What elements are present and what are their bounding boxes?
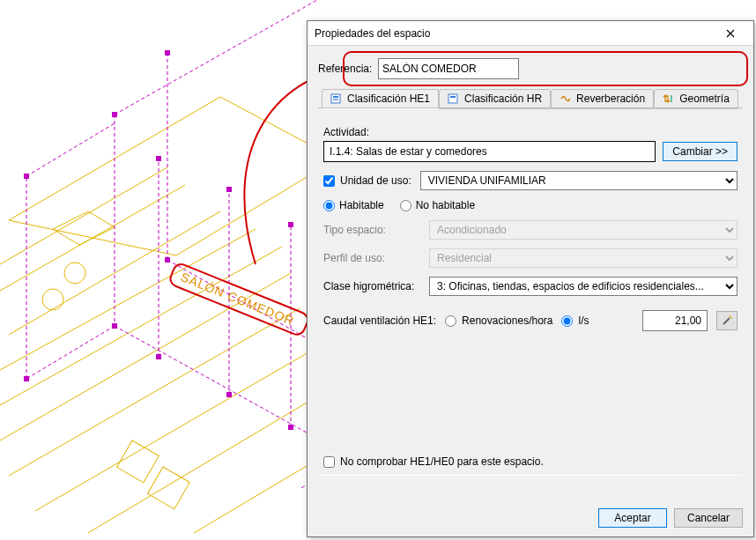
svg-rect-4 xyxy=(112,112,117,117)
reference-label: Referencia: xyxy=(318,63,378,75)
svg-rect-11 xyxy=(288,425,293,430)
svg-rect-22 xyxy=(450,96,456,98)
reference-input[interactable] xyxy=(378,58,519,79)
wand-button[interactable] xyxy=(716,311,737,330)
radio-no-habitable[interactable]: No habitable xyxy=(400,199,475,211)
svg-rect-10 xyxy=(226,392,232,397)
tab-reverberacion[interactable]: Reverberación xyxy=(551,89,654,109)
svg-rect-3 xyxy=(148,467,190,509)
tab-clasificacion-hr[interactable]: Clasificación HR xyxy=(439,89,551,109)
caudal-input[interactable] xyxy=(642,310,708,331)
tab-label: Clasificación HR xyxy=(464,92,542,105)
svg-rect-5 xyxy=(165,50,170,55)
close-icon xyxy=(726,29,735,38)
tipo-espacio-label: Tipo espacio: xyxy=(323,224,420,236)
svg-rect-2 xyxy=(117,440,159,483)
tab-label: Clasificación HE1 xyxy=(347,92,430,105)
svg-rect-9 xyxy=(24,376,29,381)
space-properties-dialog: Propiedades del espacio Referencia: Clas… xyxy=(307,20,754,537)
tab-label: Geometría xyxy=(679,92,730,105)
svg-rect-21 xyxy=(448,94,457,103)
svg-rect-14 xyxy=(226,187,232,192)
tab-label: Reverberación xyxy=(576,92,645,105)
classify-hr-icon xyxy=(448,92,460,105)
tab-geometria[interactable]: Geometría xyxy=(654,89,738,109)
wand-icon xyxy=(721,314,733,327)
tipo-espacio-select: Acondicionado xyxy=(429,220,737,240)
close-button[interactable] xyxy=(713,21,748,45)
classify-he1-icon xyxy=(330,92,343,105)
perfil-select: Residencial xyxy=(429,248,737,268)
svg-point-0 xyxy=(42,289,63,310)
svg-rect-13 xyxy=(156,354,161,359)
svg-rect-8 xyxy=(165,257,170,263)
geometry-icon xyxy=(663,92,675,105)
dialog-title: Propiedades del espacio xyxy=(315,27,713,40)
svg-point-1 xyxy=(64,263,85,284)
svg-rect-7 xyxy=(112,323,117,329)
unit-select[interactable]: VIVIENDA UNIFAMILIAR xyxy=(420,171,737,190)
svg-rect-19 xyxy=(333,96,338,98)
svg-rect-15 xyxy=(288,222,293,227)
radio-renovaciones[interactable]: Renovaciones/hora xyxy=(445,314,552,327)
perfil-label: Perfil de uso: xyxy=(323,252,420,264)
clase-label: Clase higrométrica: xyxy=(323,280,420,292)
tabs: Clasificación HE1 Clasificación HR Rever… xyxy=(318,88,743,476)
no-check-he1-label: No comprobar HE1/HE0 para este espacio. xyxy=(340,455,544,468)
clase-select[interactable]: 3: Oficinas, tiendas, espacios de edific… xyxy=(429,277,737,296)
no-check-he1-checkbox[interactable]: No comprobar HE1/HE0 para este espacio. xyxy=(323,455,737,468)
svg-rect-6 xyxy=(24,174,29,179)
tab-clasificacion-he1[interactable]: Clasificación HE1 xyxy=(322,89,439,109)
svg-rect-20 xyxy=(333,99,338,100)
radio-ls[interactable]: l/s xyxy=(561,314,589,327)
no-check-he1-input[interactable] xyxy=(323,456,335,468)
accept-button[interactable]: Aceptar xyxy=(598,508,667,528)
tab-pane-he1: Actividad: I.1.4: Salas de estar y comed… xyxy=(318,107,743,475)
titlebar[interactable]: Propiedades del espacio xyxy=(308,21,753,46)
unit-checkbox-input[interactable] xyxy=(323,175,335,187)
svg-rect-17 xyxy=(156,156,161,161)
activity-label: Actividad: xyxy=(323,126,737,138)
radio-habitable[interactable]: Habitable xyxy=(323,199,384,211)
unit-label: Unidad de uso: xyxy=(340,174,411,187)
unit-checkbox[interactable]: Unidad de uso: xyxy=(323,174,411,187)
activity-value: I.1.4: Salas de estar y comedores xyxy=(323,141,656,162)
caudal-label: Caudal ventilación HE1: xyxy=(323,314,436,327)
reverb-icon xyxy=(560,92,572,105)
cancel-button[interactable]: Cancelar xyxy=(674,508,743,528)
change-activity-button[interactable]: Cambiar >> xyxy=(663,142,737,161)
